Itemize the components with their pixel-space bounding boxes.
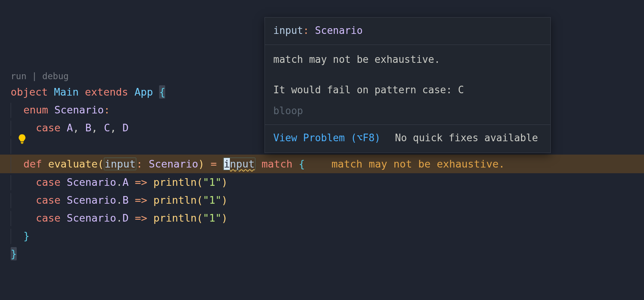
hover-signature: input: Scenario	[265, 18, 550, 45]
keyword-case: case	[36, 176, 67, 188]
hover-sig-param: input	[273, 25, 303, 36]
comma: ,	[73, 122, 86, 134]
scenario-ref: Scenario	[67, 212, 116, 224]
keyword-enum: enum	[24, 104, 54, 116]
hover-message-2: It would fail on pattern case: C	[273, 81, 542, 99]
rparen: )	[198, 158, 211, 170]
keyword-case: case	[36, 212, 67, 224]
fn-println: println	[153, 194, 197, 206]
rparen: )	[222, 176, 228, 188]
arrow: =>	[129, 194, 153, 206]
lparen: (	[197, 194, 203, 206]
type-app: App	[134, 86, 159, 98]
dot: .	[116, 176, 122, 188]
code-line-8[interactable]: case Scenario.D => println("1")	[11, 209, 633, 227]
colon: :	[136, 158, 149, 170]
keyword-extends: extends	[85, 86, 134, 98]
rparen: )	[222, 194, 228, 206]
close-brace: }	[24, 230, 30, 242]
comma: ,	[91, 122, 104, 134]
svg-rect-0	[21, 142, 24, 142]
method-evaluate: evaluate	[48, 158, 98, 170]
no-quickfix-label: No quick fixes available	[395, 129, 538, 147]
arrow: =>	[129, 176, 153, 188]
param-input-occurrence: input	[104, 158, 136, 170]
keyword-def: def	[24, 158, 48, 170]
param-type-scenario: Scenario	[149, 158, 198, 170]
type-scenario: Scenario	[54, 104, 104, 116]
codelens-run[interactable]: run	[11, 71, 27, 81]
lparen: (	[98, 158, 104, 170]
open-brace: {	[159, 85, 165, 99]
input-rest: nput	[230, 158, 255, 170]
hover-sig-colon: :	[303, 25, 315, 36]
codelens-sep: |	[27, 71, 43, 81]
keyword-match: match	[255, 158, 299, 170]
arrow: =>	[129, 212, 153, 224]
hover-sig-type: Scenario	[315, 25, 363, 36]
string-literal: "1"	[203, 194, 222, 206]
colon: :	[104, 104, 110, 116]
string-literal: "1"	[203, 212, 222, 224]
dot: .	[116, 212, 122, 224]
code-line-9[interactable]: }	[11, 227, 633, 245]
code-line-6[interactable]: case Scenario.A => println("1")	[11, 173, 633, 191]
scenario-ref: Scenario	[67, 194, 116, 206]
codelens-debug[interactable]: debug	[42, 71, 69, 81]
fn-println: println	[153, 212, 197, 224]
enum-a: A	[67, 122, 73, 134]
case-a: A	[123, 176, 129, 188]
enum-b: B	[85, 122, 91, 134]
lparen: (	[197, 212, 203, 224]
hover-body: match may not be exhaustive. It would fa…	[265, 45, 550, 124]
inline-error-message: match may not be exhaustive.	[332, 158, 505, 170]
comma: ,	[110, 122, 123, 134]
enum-c: C	[104, 122, 110, 134]
code-line-10[interactable]: }	[11, 245, 633, 263]
open-brace: {	[299, 158, 305, 170]
keyword-case: case	[36, 122, 67, 134]
hover-footer: View Problem (⌥F8) No quick fixes availa…	[265, 125, 550, 153]
view-problem-link[interactable]: View Problem (⌥F8)	[273, 129, 381, 147]
svg-rect-1	[21, 143, 23, 144]
enum-d: D	[123, 122, 129, 134]
hover-tooltip: input: Scenario match may not be exhaust…	[265, 17, 551, 153]
equals: =	[210, 158, 223, 170]
rparen: )	[222, 212, 228, 224]
keyword-object: object	[11, 86, 54, 98]
lparen: (	[197, 176, 203, 188]
scenario-ref: Scenario	[67, 176, 116, 188]
fn-println: println	[153, 176, 197, 188]
string-literal: "1"	[203, 176, 222, 188]
hover-source: bloop	[273, 102, 542, 120]
type-main: Main	[54, 86, 85, 98]
code-line-5-active[interactable]: def evaluate(input: Scenario) = input ma…	[0, 155, 644, 173]
case-b: B	[123, 194, 129, 206]
case-d: D	[123, 212, 129, 224]
keyword-case: case	[36, 194, 67, 206]
cursor-char: i	[224, 158, 230, 170]
lightbulb-icon[interactable]	[17, 134, 27, 144]
close-brace: }	[11, 247, 17, 260]
input-occurrence: input	[223, 158, 255, 170]
dot: .	[116, 194, 122, 206]
code-line-7[interactable]: case Scenario.B => println("1")	[11, 191, 633, 209]
hover-message-1: match may not be exhaustive.	[273, 50, 542, 69]
